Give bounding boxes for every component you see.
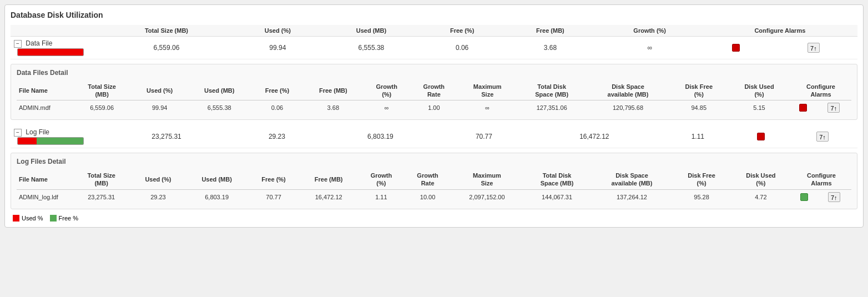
lfd-row1-free-pct: 70.77 [248, 189, 300, 204]
dfd-col-disk-used-pct: Disk Used(%) [728, 81, 790, 100]
lfd-col-growth-rate: GrowthRate [405, 170, 451, 189]
log-file-config-button[interactable]: 7↑ [816, 132, 829, 142]
lfd-row1-alarm-icon[interactable] [800, 193, 808, 201]
dfd-row1-growth-pct: ∞ [363, 100, 410, 115]
log-file-used-mb: 6,803.19 [320, 125, 441, 148]
data-file-bar [17, 48, 84, 56]
data-file-expand-icon[interactable]: − [14, 40, 22, 48]
dfd-row1-disk-used-pct: 5.15 [728, 100, 790, 115]
dfd-row1-alarm-cell [790, 100, 816, 115]
data-file-config-cell: 7↑ [770, 37, 857, 59]
dfd-col-total-size: Total Size(MB) [72, 81, 132, 100]
dfd-row1-alarm-icon[interactable] [799, 104, 807, 112]
page-title: Database Disk Utilization [11, 11, 857, 19]
legend-free-box [50, 215, 57, 222]
log-files-detail-row-1: ADMIN_log.ldf 23,275.31 29.23 6,803.19 7… [17, 189, 851, 204]
dfd-row1-total-size: 6,559.06 [72, 100, 132, 115]
data-files-detail-title: Data Files Detail [17, 69, 851, 77]
lfd-col-disk-free-pct: Disk Free(%) [673, 170, 730, 189]
data-file-growth-pct: ∞ [597, 37, 703, 59]
log-summary-table: − Log File 23,275.31 29.23 6,803.19 70.7… [11, 125, 857, 148]
data-files-detail-header-row: File Name Total Size(MB) Used (%) Used (… [17, 81, 851, 100]
col-header-used-pct: Used (%) [234, 25, 322, 37]
dfd-col-max-size: MaximumSize [457, 81, 517, 100]
legend-used-label: Used % [22, 215, 43, 222]
dfd-row1-total-disk: 127,351.06 [517, 100, 586, 115]
data-file-alarm-icon[interactable] [732, 44, 740, 52]
col-header-free-mb: Free (MB) [503, 25, 597, 37]
lfd-col-free-pct: Free (%) [248, 170, 300, 189]
log-file-free-mb: 16,472.12 [527, 125, 662, 148]
lfd-row1-disk-free-pct: 95.28 [673, 189, 730, 204]
data-file-total-size: 6,559.06 [99, 37, 234, 59]
log-file-cell: − Log File [11, 125, 99, 148]
lfd-row1-disk-used-pct: 4.72 [730, 189, 791, 204]
data-file-label: Data File [26, 39, 52, 47]
dfd-col-filename: File Name [17, 81, 72, 100]
log-files-detail-header-row: File Name Total Size(MB) Used (%) Used (… [17, 170, 851, 189]
dfd-row1-used-pct: 99.94 [132, 100, 188, 115]
dfd-row1-config-button[interactable]: 7↑ [827, 103, 840, 113]
data-file-bar-used [18, 49, 83, 56]
data-file-alarm-cell [703, 37, 770, 59]
lfd-col-used-mb: Used (MB) [185, 170, 248, 189]
dfd-col-growth-pct: Growth(%) [363, 81, 410, 100]
dfd-row1-free-pct: 0.06 [251, 100, 303, 115]
dfd-col-configure: ConfigureAlarms [790, 81, 851, 100]
lfd-row1-disk-avail: 137,264.12 [591, 189, 673, 204]
dfd-row1-disk-avail: 120,795.68 [586, 100, 669, 115]
lfd-row1-max-size: 2,097,152.00 [451, 189, 523, 204]
dfd-col-used-mb: Used (MB) [188, 81, 251, 100]
data-file-free-mb: 3.68 [503, 37, 597, 59]
log-files-detail-table: File Name Total Size(MB) Used (%) Used (… [17, 170, 851, 204]
lfd-col-used-pct: Used (%) [130, 170, 185, 189]
dfd-row1-used-mb: 6,555.38 [188, 100, 251, 115]
dfd-col-free-pct: Free (%) [251, 81, 303, 100]
summary-table: Total Size (MB) Used (%) Used (MB) Free … [11, 25, 857, 59]
data-file-config-button[interactable]: 7↑ [808, 43, 820, 53]
col-header-total-size: Total Size (MB) [99, 25, 234, 37]
log-file-alarm-icon[interactable] [757, 133, 765, 140]
lfd-row1-filename: ADMIN_log.ldf [17, 189, 72, 204]
lfd-row1-config-button[interactable]: 7↑ [828, 192, 840, 202]
dfd-row1-disk-free-pct: 94.85 [670, 100, 728, 115]
col-header-used-mb: Used (MB) [322, 25, 421, 37]
log-file-expand-icon[interactable]: − [14, 129, 22, 137]
col-header-configure: Configure Alarms [703, 25, 857, 37]
log-files-detail-section: Log Files Detail File Name Total Size(MB… [11, 153, 857, 209]
dfd-row1-max-size: ∞ [457, 100, 517, 115]
data-file-cell: − Data File [11, 37, 99, 59]
lfd-col-filename: File Name [17, 170, 72, 189]
col-header-name [11, 25, 99, 37]
log-file-bar-free [37, 138, 83, 144]
legend-free-label: Free % [59, 215, 78, 222]
log-file-bar-used [18, 138, 37, 144]
data-file-used-mb: 6,555.38 [322, 37, 421, 59]
log-file-total-size: 23,275.31 [99, 125, 234, 148]
lfd-col-configure: ConfigureAlarms [791, 170, 851, 189]
dfd-row1-free-mb: 3.68 [304, 100, 364, 115]
dfd-row1-config-cell: 7↑ [816, 100, 851, 115]
lfd-col-max-size: MaximumSize [451, 170, 523, 189]
dfd-col-disk-free-pct: Disk Free(%) [670, 81, 728, 100]
lfd-col-disk-avail: Disk Spaceavailable (MB) [591, 170, 673, 189]
log-file-bar [17, 137, 84, 145]
log-file-label: Log File [26, 128, 49, 136]
log-file-config-cell: 7↑ [788, 125, 857, 148]
data-files-detail-section: Data Files Detail File Name Total Size(M… [11, 64, 857, 120]
lfd-row1-growth-pct: 1.11 [358, 189, 405, 204]
lfd-col-disk-used-pct: Disk Used(%) [730, 170, 791, 189]
col-header-free-pct: Free (%) [421, 25, 503, 37]
dfd-col-growth-rate: GrowthRate [410, 81, 457, 100]
dfd-col-total-disk: Total DiskSpace (MB) [517, 81, 586, 100]
legend-free: Free % [50, 215, 78, 222]
summary-header-row: Total Size (MB) Used (%) Used (MB) Free … [11, 25, 857, 37]
log-files-detail-title: Log Files Detail [17, 158, 851, 165]
log-file-row: − Log File 23,275.31 29.23 6,803.19 70.7… [11, 125, 857, 148]
dfd-row1-growth-rate: 1.00 [410, 100, 457, 115]
main-container: Database Disk Utilization Total Size (MB… [4, 4, 864, 228]
lfd-col-growth-pct: Growth(%) [358, 170, 405, 189]
lfd-col-free-mb: Free (MB) [299, 170, 358, 189]
data-file-row: − Data File 6,559.06 99.94 6,555.38 0.06… [11, 37, 857, 59]
lfd-row1-growth-rate: 10.00 [405, 189, 451, 204]
